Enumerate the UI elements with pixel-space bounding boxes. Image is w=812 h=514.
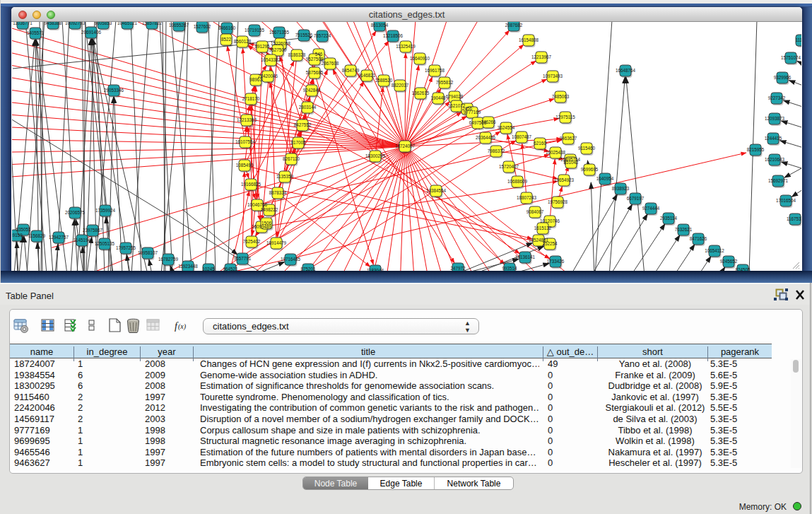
svg-text:12213967: 12213967 (531, 54, 552, 59)
svg-text:14136141: 14136141 (515, 255, 536, 259)
svg-text:993514: 993514 (502, 266, 517, 271)
svg-text:10025438: 10025438 (546, 150, 566, 155)
svg-text:17016504: 17016504 (776, 198, 796, 203)
svg-text:746266: 746266 (481, 119, 496, 124)
svg-text:1405571: 1405571 (27, 30, 45, 35)
svg-text:12093873: 12093873 (765, 116, 785, 121)
svg-text:8522: 8522 (221, 37, 232, 42)
svg-text:23975867: 23975867 (83, 228, 103, 233)
svg-text:9227342: 9227342 (768, 95, 786, 100)
svg-text:8560128: 8560128 (234, 39, 252, 44)
svg-text:8878334: 8878334 (269, 190, 287, 195)
svg-text:2803144: 2803144 (299, 105, 317, 110)
svg-text:10092793: 10092793 (65, 22, 86, 25)
svg-text:19384554: 19384554 (426, 188, 447, 193)
svg-text:1156829: 1156829 (28, 233, 46, 238)
svg-text:11325419: 11325419 (396, 44, 416, 49)
svg-text:546: 546 (315, 52, 323, 57)
svg-text:16914479: 16914479 (266, 240, 287, 245)
svg-text:1085490: 1085490 (236, 163, 254, 168)
svg-text:891295: 891295 (254, 44, 270, 49)
svg-text:7632621: 7632621 (675, 227, 693, 232)
svg-text:62160: 62160 (534, 141, 546, 146)
svg-text:8938923: 8938923 (612, 186, 630, 191)
svg-text:10465121: 10465121 (117, 22, 138, 25)
svg-text:8454749: 8454749 (342, 68, 360, 73)
svg-text:964521: 964521 (223, 267, 238, 271)
svg-text:15857822: 15857822 (142, 22, 163, 25)
svg-text:7625402: 7625402 (243, 239, 261, 244)
svg-text:20691406: 20691406 (81, 30, 102, 35)
svg-text:19716485: 19716485 (281, 257, 301, 262)
svg-text:9777169: 9777169 (464, 110, 481, 115)
svg-text:16648764: 16648764 (616, 68, 636, 73)
svg-text:8427552: 8427552 (294, 122, 312, 127)
svg-text:7955812: 7955812 (436, 80, 454, 85)
svg-text:9115460: 9115460 (578, 146, 596, 151)
svg-text:10807487: 10807487 (512, 134, 532, 139)
svg-text:98961: 98961 (249, 77, 262, 82)
svg-text:875201: 875201 (300, 267, 316, 271)
svg-text:16671355: 16671355 (269, 30, 290, 35)
svg-text:1135359: 1135359 (276, 174, 294, 179)
svg-text:20206575: 20206575 (65, 210, 86, 215)
svg-text:15692971: 15692971 (768, 178, 789, 183)
svg-text:1588520: 1588520 (375, 78, 393, 83)
svg-text:9274444: 9274444 (642, 206, 660, 211)
svg-text:15226058: 15226058 (271, 41, 291, 46)
svg-text:10655267: 10655267 (169, 23, 189, 28)
svg-text:11123: 11123 (796, 37, 801, 42)
svg-text:17957255: 17957255 (116, 245, 136, 250)
svg-text:824505: 824505 (735, 267, 751, 271)
svg-text:6679197: 6679197 (627, 196, 645, 201)
svg-text:9146821: 9146821 (358, 73, 376, 78)
svg-text:19654923: 19654923 (554, 177, 575, 182)
svg-text:9329966: 9329966 (774, 75, 792, 80)
svg-text:10120746: 10120746 (540, 218, 560, 223)
svg-text:1244415: 1244415 (765, 136, 782, 141)
svg-text:8267110: 8267110 (283, 156, 300, 161)
svg-text:18807243: 18807243 (517, 195, 537, 200)
svg-text:10654112: 10654112 (705, 248, 724, 253)
svg-text:2867608: 2867608 (322, 61, 339, 66)
svg-text:10958107: 10958107 (138, 250, 158, 255)
svg-text:39159: 39159 (12, 233, 23, 238)
svg-text:19756928: 19756928 (548, 199, 568, 204)
svg-text:10973493: 10973493 (543, 74, 563, 78)
svg-text:1167533: 1167533 (787, 216, 801, 221)
svg-text:1498222: 1498222 (261, 207, 278, 212)
svg-text:20364436: 20364436 (476, 135, 496, 140)
svg-text:15720407: 15720407 (499, 164, 519, 169)
svg-text:7986372: 7986372 (488, 148, 505, 153)
svg-text:8471626: 8471626 (690, 236, 707, 241)
svg-text:16640910: 16640910 (410, 56, 430, 61)
svg-text:817005: 817005 (290, 140, 306, 145)
svg-text:15751074: 15751074 (781, 55, 801, 60)
svg-text:1362615: 1362615 (412, 90, 430, 95)
svg-text:9527500: 9527500 (269, 47, 287, 52)
svg-text:2087682: 2087682 (505, 23, 523, 28)
svg-text:7485063: 7485063 (552, 94, 570, 99)
svg-text:11036771: 11036771 (13, 22, 33, 25)
svg-text:18724007: 18724007 (395, 144, 416, 148)
svg-text:9005853: 9005853 (95, 22, 112, 25)
svg-text:9463627: 9463627 (560, 136, 577, 141)
svg-text:8613054: 8613054 (371, 23, 389, 28)
svg-text:9245652: 9245652 (720, 259, 738, 264)
svg-text:9699695: 9699695 (581, 167, 599, 172)
svg-text:8822037: 8822037 (392, 83, 409, 88)
svg-text:1733426: 1733426 (547, 259, 565, 264)
svg-text:3624554: 3624554 (498, 125, 515, 130)
svg-text:247972: 247972 (450, 266, 466, 271)
svg-text:10245: 10245 (202, 267, 215, 271)
svg-text:6794028: 6794028 (446, 94, 464, 99)
svg-text:10719155: 10719155 (245, 28, 265, 33)
svg-text:16782759: 16782759 (158, 257, 179, 262)
svg-text:1615132: 1615132 (534, 226, 552, 230)
svg-text:16961758: 16961758 (425, 68, 445, 73)
svg-text:16210643: 16210643 (765, 157, 785, 162)
svg-text:29053346: 29053346 (104, 88, 124, 93)
svg-text:12213363: 12213363 (237, 117, 257, 122)
svg-text:7515526: 7515526 (295, 33, 313, 37)
svg-text:16543382: 16543382 (261, 57, 281, 62)
